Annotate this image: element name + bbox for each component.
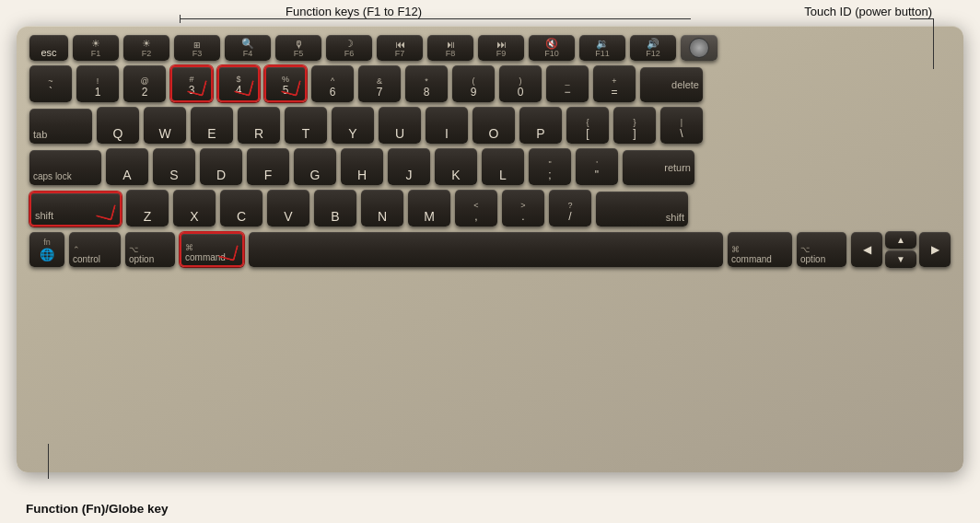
key-1-lower: 1 (95, 86, 101, 99)
key-quote[interactable]: '" (576, 148, 618, 185)
key-f9[interactable]: ⏭ F9 (478, 35, 524, 61)
key-command-right[interactable]: ⌘ command (728, 232, 792, 267)
key-u[interactable]: U (379, 107, 421, 144)
key-2[interactable]: @ 2 (123, 65, 166, 102)
key-x[interactable]: X (173, 190, 216, 227)
key-9[interactable]: ( 9 (452, 65, 495, 102)
key-semicolon[interactable]: "; (529, 148, 571, 185)
key-i[interactable]: I (426, 107, 468, 144)
key-capslock[interactable]: caps lock (29, 150, 101, 185)
key-arrow-left[interactable]: ◀ (851, 232, 882, 267)
key-q[interactable]: Q (97, 107, 139, 144)
key-3[interactable]: # 3 (170, 65, 213, 102)
key-1-upper: ! (97, 76, 99, 86)
key-control[interactable]: ⌃ control (69, 232, 121, 267)
key-arrow-up[interactable]: ▲ (885, 231, 916, 249)
key-p[interactable]: P (519, 107, 562, 144)
key-t-label: T (302, 127, 310, 140)
key-6[interactable]: ^ 6 (311, 65, 354, 102)
key-g[interactable]: G (294, 148, 336, 185)
key-command-left[interactable]: ⌘ command (180, 232, 244, 267)
key-space[interactable] (249, 232, 723, 267)
key-f2-label: F2 (142, 50, 152, 58)
key-e[interactable]: E (191, 107, 233, 144)
key-f10[interactable]: 🔇 F10 (529, 35, 575, 61)
key-touchid[interactable] (681, 35, 718, 61)
key-tab[interactable]: tab (29, 109, 92, 144)
key-l[interactable]: L (482, 148, 524, 185)
key-slash[interactable]: ?/ (549, 190, 591, 227)
key-f4[interactable]: 🔍 F4 (225, 35, 271, 61)
key-v[interactable]: V (267, 190, 309, 227)
key-9-upper: ( (472, 76, 475, 86)
key-delete[interactable]: delete (640, 67, 703, 102)
key-f12[interactable]: 🔊 F12 (630, 35, 676, 61)
key-u-label: U (395, 127, 404, 140)
key-f1[interactable]: ☀ F1 (73, 35, 119, 61)
key-shift-left[interactable]: shift (29, 192, 122, 227)
key-option-left[interactable]: ⌥ option (125, 232, 175, 267)
key-a[interactable]: A (106, 148, 148, 185)
fn-row: esc ☀ F1 ☀ F2 ⊞ F3 🔍 F4 🎙 F5 ☽ F6 ⏮ F7 (29, 35, 951, 61)
key-shift-right-label: shift (666, 212, 684, 223)
asdf-row: caps lock A S D F G H J K L "; '" return (29, 148, 951, 185)
key-r[interactable]: R (238, 107, 280, 144)
key-1[interactable]: ! 1 (76, 65, 119, 102)
key-bracket-l[interactable]: {[ (566, 107, 609, 144)
key-shift-right[interactable]: shift (596, 192, 688, 227)
key-backtick[interactable]: ~ ` (29, 65, 72, 102)
key-z[interactable]: Z (126, 190, 169, 227)
key-f5[interactable]: 🎙 F5 (275, 35, 321, 61)
key-backslash[interactable]: |\ (660, 107, 703, 144)
arrow-key-group: ◀ ▲ ▼ ▶ (851, 231, 951, 268)
key-f11[interactable]: 🔉 F11 (579, 35, 625, 61)
key-h[interactable]: H (341, 148, 383, 185)
key-k[interactable]: K (435, 148, 477, 185)
key-f7[interactable]: ⏮ F7 (377, 35, 423, 61)
key-f6[interactable]: ☽ F6 (326, 35, 372, 61)
key-c[interactable]: C (220, 190, 262, 227)
key-m[interactable]: M (408, 190, 450, 227)
key-0[interactable]: ) 0 (499, 65, 542, 102)
key-fn-label: fn (43, 238, 51, 247)
key-n[interactable]: N (361, 190, 403, 227)
key-t[interactable]: T (285, 107, 327, 144)
key-f2[interactable]: ☀ F2 (123, 35, 169, 61)
key-f3[interactable]: ⊞ F3 (174, 35, 220, 61)
key-esc[interactable]: esc (29, 35, 68, 61)
key-bracket-r[interactable]: }] (613, 107, 656, 144)
key-arrow-down[interactable]: ▼ (885, 250, 916, 268)
key-8[interactable]: * 8 (405, 65, 448, 102)
key-f8[interactable]: ⏯ F8 (427, 35, 473, 61)
key-quote-lower: " (595, 169, 599, 181)
key-period[interactable]: >. (502, 190, 544, 227)
key-o[interactable]: O (472, 107, 515, 144)
function-keys-annotation: Function keys (F1 to F12) (286, 5, 422, 18)
touchid-circle (689, 38, 709, 58)
key-4[interactable]: $ 4 (217, 65, 260, 102)
key-5[interactable]: % 5 (264, 65, 307, 102)
key-f3-label: F3 (192, 50, 203, 58)
key-y[interactable]: Y (332, 107, 374, 144)
key-w[interactable]: W (144, 107, 186, 144)
key-5-upper: % (282, 75, 289, 84)
key-return[interactable]: return (623, 150, 694, 185)
key-minus[interactable]: _ − (546, 65, 589, 102)
key-equal[interactable]: + = (593, 65, 636, 102)
key-fn-globe[interactable]: fn 🌐 (29, 232, 64, 267)
key-arrow-right[interactable]: ▶ (919, 232, 951, 267)
key-s[interactable]: S (153, 148, 195, 185)
key-b[interactable]: B (314, 190, 356, 227)
key-command-left-label: command (185, 252, 226, 262)
key-m-label: M (424, 210, 435, 223)
key-7[interactable]: & 7 (358, 65, 401, 102)
key-f[interactable]: F (247, 148, 289, 185)
key-d[interactable]: D (200, 148, 242, 185)
key-f4-label: F4 (243, 50, 253, 58)
key-j[interactable]: J (388, 148, 430, 185)
key-comma[interactable]: <, (455, 190, 497, 227)
key-semicolon-lower: ; (548, 169, 551, 181)
key-6-upper: ^ (331, 76, 334, 86)
key-tab-label: tab (33, 129, 47, 140)
key-option-right[interactable]: ⌥ option (797, 232, 846, 267)
